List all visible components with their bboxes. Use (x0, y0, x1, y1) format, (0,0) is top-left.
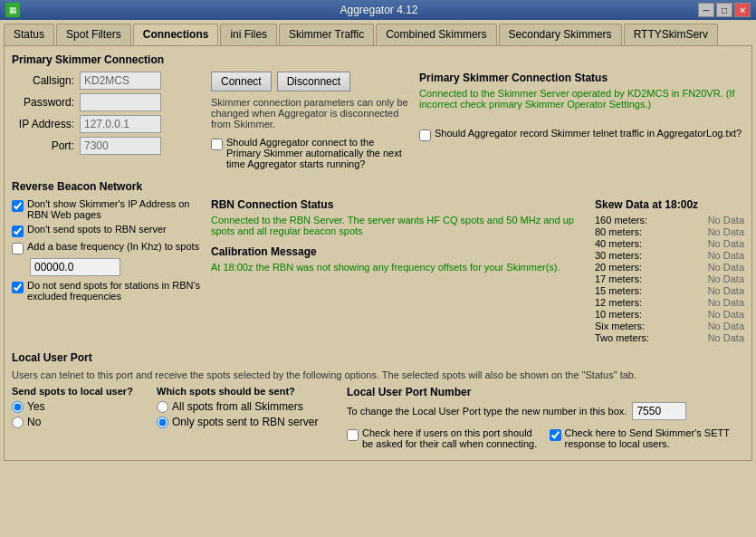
skew-band: 40 meters: (595, 238, 646, 249)
connect-button[interactable]: Connect (211, 72, 272, 91)
callsign-input[interactable] (80, 72, 161, 90)
skew-value: No Data (708, 226, 744, 237)
close-button[interactable]: ✕ (734, 3, 751, 17)
rbn-title: Reverse Beacon Network (12, 180, 744, 193)
app-icon: ▦ (5, 3, 20, 17)
tab-skimmer-traffic[interactable]: Skimmer Traffic (279, 24, 374, 45)
skew-title: Skew Data at 18:00z (595, 198, 744, 211)
do-not-send-checkbox[interactable] (12, 282, 24, 293)
local-port-desc: Users can telnet to this port and receiv… (12, 369, 744, 380)
record-traffic-checkbox[interactable] (419, 129, 431, 141)
skew-value: No Data (708, 321, 744, 331)
send-sett-checkbox[interactable] (550, 429, 561, 441)
password-row: Password: (12, 93, 202, 111)
skew-band: Six meters: (595, 321, 648, 331)
skew-value: No Data (708, 309, 744, 320)
check-callsign-label: Check here if users on this port should … (362, 427, 542, 449)
dont-send-spots-checkbox[interactable] (12, 225, 24, 237)
window-controls: ─ □ ✕ (698, 3, 751, 17)
skew-band: 15 meters: (595, 285, 646, 296)
primary-skimmer-form: Callsign: Password: IP Address: Port: (12, 72, 202, 158)
skew-band: 12 meters: (595, 297, 646, 308)
tab-secondary-skimmers[interactable]: Secondary Skimmers (499, 24, 622, 45)
skew-band: 17 meters: (595, 273, 646, 284)
skew-value: No Data (708, 285, 744, 296)
port-label: Port: (12, 139, 80, 152)
do-not-send-label: Do not send spots for stations in RBN's … (27, 280, 202, 302)
tab-status[interactable]: Status (4, 24, 54, 45)
send-sett-label: Check here to Send Skimmer's SETT respon… (565, 427, 745, 449)
ip-input[interactable] (80, 115, 161, 133)
skew-row: 80 meters:No Data (595, 226, 744, 237)
yes-radio[interactable] (12, 401, 24, 413)
yes-radio-row: Yes (12, 400, 148, 413)
skew-value: No Data (708, 262, 744, 273)
skew-band: Two meters: (595, 332, 653, 343)
maximize-button[interactable]: □ (716, 3, 732, 17)
freq-input[interactable] (30, 258, 120, 276)
check-callsign-row: Check here if users on this port should … (347, 427, 542, 449)
skew-value: No Data (708, 215, 744, 225)
all-spots-label: All spots from all Skimmers (172, 400, 303, 413)
all-spots-row: All spots from all Skimmers (157, 400, 338, 413)
minimize-button[interactable]: ─ (698, 3, 714, 17)
callsign-label: Callsign: (12, 74, 80, 87)
do-not-send-row: Do not send spots for stations in RBN's … (12, 280, 202, 302)
dont-show-ip-checkbox[interactable] (12, 200, 24, 212)
yes-label: Yes (27, 400, 45, 413)
no-radio[interactable] (12, 417, 24, 428)
tab-rtty-skimserv[interactable]: RTTYSkimServ (624, 24, 718, 45)
skew-row: 40 meters:No Data (595, 238, 744, 249)
skew-value: No Data (708, 273, 744, 284)
skew-band: 80 meters: (595, 226, 646, 237)
skew-value: No Data (708, 332, 744, 343)
add-base-freq-checkbox[interactable] (12, 243, 24, 254)
skew-row: 12 meters:No Data (595, 297, 744, 308)
port-number-input[interactable] (632, 402, 686, 420)
all-spots-radio[interactable] (157, 401, 168, 413)
rbn-connection-title: RBN Connection Status (211, 198, 586, 211)
skew-row: 20 meters:No Data (595, 262, 744, 273)
title-bar: ▦ Aggregator 4.12 ─ □ ✕ (0, 0, 756, 20)
add-base-freq-label: Add a base frequency (In Khz) to spots (27, 241, 199, 252)
password-input[interactable] (80, 93, 161, 111)
dont-show-ip-label: Don't show Skimmer's IP Address on RBN W… (27, 198, 202, 220)
skew-band: 30 meters: (595, 250, 646, 261)
rbn-status-area: RBN Connection Status Connected to the R… (211, 198, 586, 273)
port-row: Port: (12, 137, 202, 155)
auto-connect-checkbox[interactable] (211, 139, 223, 150)
connection-status-text: Connected to the Skimmer Server operated… (419, 88, 744, 110)
check-callsign-checkbox[interactable] (347, 429, 359, 441)
calibration-text: At 18:00z the RBN was not showing any fr… (211, 262, 586, 273)
dont-send-spots-label: Don't send spots to RBN server (27, 224, 167, 235)
no-label: No (27, 416, 41, 428)
skew-band: 20 meters: (595, 262, 646, 273)
tab-ini-files[interactable]: ini Files (220, 24, 277, 45)
dont-show-ip-row: Don't show Skimmer's IP Address on RBN W… (12, 198, 202, 220)
only-spots-radio[interactable] (157, 417, 168, 428)
password-label: Password: (12, 96, 80, 109)
port-number-col: Local User Port Number To change the Loc… (347, 386, 744, 453)
skew-row: 10 meters:No Data (595, 309, 744, 320)
port-input[interactable] (80, 137, 161, 155)
rbn-status-text: Connected to the RBN Server. The server … (211, 215, 586, 236)
rbn-section: Reverse Beacon Network Don't show Skimme… (12, 180, 744, 344)
tab-combined-skimmers[interactable]: Combined Skimmers (376, 24, 496, 45)
tab-connections[interactable]: Connections (133, 24, 219, 45)
skew-value: No Data (708, 238, 744, 249)
skew-row: Two meters:No Data (595, 332, 744, 343)
callsign-row: Callsign: (12, 72, 202, 90)
rbn-options: Don't show Skimmer's IP Address on RBN W… (12, 198, 202, 305)
send-sett-row: Check here to Send Skimmer's SETT respon… (550, 427, 745, 449)
window-title: Aggregator 4.12 (60, 4, 698, 16)
disconnect-button[interactable]: Disconnect (277, 72, 350, 91)
skew-band: 160 meters: (595, 215, 651, 225)
skew-value: No Data (708, 297, 744, 308)
port-number-desc: To change the Local User Port type the n… (347, 406, 627, 417)
local-port-section: Local User Port Users can telnet to this… (12, 351, 744, 453)
record-traffic-row: Should Aggregator record Skimmer telnet … (419, 128, 744, 141)
which-label: Which spots should be sent? (157, 386, 338, 397)
connection-status-title: Primary Skimmer Connection Status (419, 72, 744, 84)
tab-spot-filters[interactable]: Spot Filters (56, 24, 131, 45)
which-spots-col: Which spots should be sent? All spots fr… (157, 386, 338, 431)
